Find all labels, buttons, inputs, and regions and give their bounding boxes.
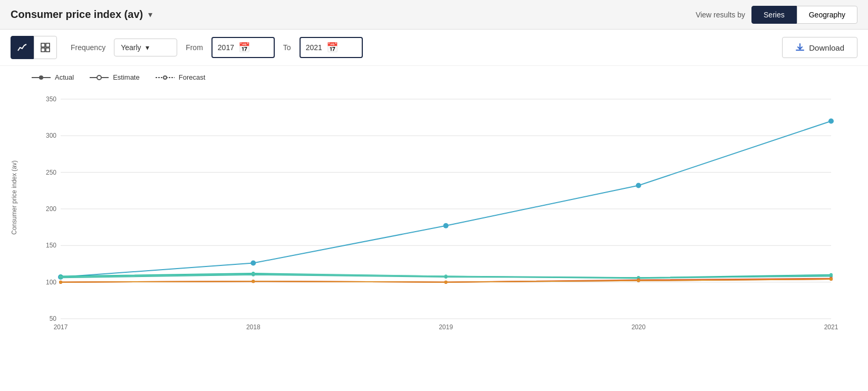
svg-text:200: 200 — [46, 205, 56, 213]
svg-point-46 — [445, 275, 448, 279]
from-date-input[interactable]: 2017 📅 — [211, 37, 275, 58]
svg-text:100: 100 — [46, 279, 56, 286]
from-label: From — [186, 43, 203, 52]
svg-text:2018: 2018 — [246, 323, 261, 331]
svg-text:2017: 2017 — [54, 323, 68, 331]
from-date-value: 2017 — [218, 43, 234, 52]
table-view-button[interactable] — [34, 36, 57, 59]
svg-rect-1 — [46, 43, 50, 47]
title-chevron-icon[interactable]: ▾ — [148, 9, 152, 20]
svg-rect-0 — [41, 43, 45, 47]
to-date-input[interactable]: 2021 📅 — [300, 37, 363, 58]
svg-point-61 — [445, 281, 448, 284]
header: Consumer price index (av) ▾ View results… — [0, 0, 868, 30]
download-icon — [795, 43, 805, 52]
svg-point-62 — [637, 279, 640, 282]
svg-text:50: 50 — [50, 315, 57, 322]
header-right: View results by Series Geography — [696, 6, 857, 24]
svg-point-33 — [828, 118, 834, 123]
forecast-legend-icon — [156, 74, 175, 81]
svg-rect-3 — [46, 48, 50, 52]
page-title: Consumer price index (av) — [11, 8, 143, 21]
y-axis-label: Consumer price index (av) — [11, 160, 18, 235]
svg-point-60 — [252, 280, 255, 283]
legend-estimate-label: Estimate — [113, 73, 140, 81]
svg-rect-2 — [41, 48, 45, 52]
svg-point-59 — [59, 281, 62, 284]
table-icon — [40, 42, 51, 53]
legend-actual: Actual — [32, 73, 74, 81]
series-button[interactable]: Series — [751, 6, 797, 24]
svg-text:350: 350 — [46, 96, 56, 103]
actual-legend-icon — [32, 74, 51, 81]
svg-text:2020: 2020 — [631, 323, 645, 331]
svg-text:150: 150 — [46, 242, 56, 249]
svg-point-30 — [250, 261, 256, 266]
to-label: To — [283, 43, 291, 52]
svg-point-9 — [163, 76, 167, 79]
svg-point-44 — [59, 276, 62, 279]
svg-text:2021: 2021 — [824, 323, 838, 331]
svg-text:250: 250 — [46, 169, 56, 176]
legend-estimate: Estimate — [90, 73, 140, 81]
svg-point-45 — [252, 273, 255, 276]
line-chart-button[interactable] — [11, 36, 34, 59]
chart-svg: 5010015020025030035020172018201920202021 — [32, 87, 857, 345]
to-calendar-icon: 📅 — [326, 42, 338, 53]
view-results-label: View results by — [696, 11, 745, 19]
frequency-select[interactable]: Yearly ▾ — [114, 39, 177, 56]
legend: Actual Estimate Forecast — [0, 66, 868, 81]
toolbar: Frequency Yearly ▾ From 2017 📅 To 2021 📅… — [0, 30, 868, 66]
svg-point-7 — [97, 75, 101, 80]
frequency-label: Frequency — [71, 43, 105, 52]
svg-point-5 — [39, 75, 43, 80]
frequency-value: Yearly — [121, 43, 141, 52]
download-button[interactable]: Download — [782, 37, 857, 58]
legend-forecast-label: Forecast — [179, 73, 206, 81]
to-date-value: 2021 — [306, 43, 322, 52]
legend-forecast: Forecast — [156, 73, 206, 81]
geography-button[interactable]: Geography — [797, 6, 857, 24]
chart-container: Consumer price index (av) 50100150200250… — [11, 87, 857, 345]
line-chart-icon — [17, 42, 27, 53]
from-calendar-icon: 📅 — [238, 42, 250, 53]
svg-point-32 — [636, 183, 641, 188]
chart-type-buttons — [11, 36, 57, 59]
download-label: Download — [809, 43, 844, 52]
svg-point-31 — [443, 223, 449, 228]
estimate-legend-icon — [90, 74, 109, 81]
frequency-chevron-icon: ▾ — [146, 43, 149, 52]
svg-text:2019: 2019 — [439, 323, 453, 331]
svg-point-63 — [830, 278, 833, 281]
header-left: Consumer price index (av) ▾ — [11, 8, 152, 21]
legend-actual-label: Actual — [55, 73, 74, 81]
svg-text:300: 300 — [46, 132, 56, 139]
